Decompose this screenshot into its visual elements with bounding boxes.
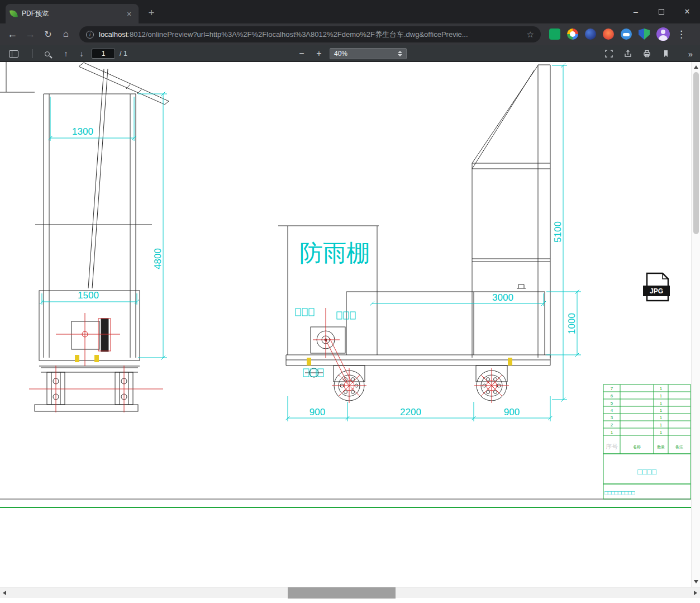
url-text[interactable]: localhost:8012/onlinePreview?url=http%3A… [99, 30, 522, 40]
row-qty: 1 [660, 401, 663, 406]
row-qty: 1 [660, 393, 663, 398]
tab-title: PDF预览 [22, 9, 120, 18]
window-controls: – × [623, 0, 700, 23]
jpg-file-icon: JPG [643, 273, 670, 301]
minimize-button[interactable]: – [623, 0, 649, 23]
bookmark-button[interactable] [658, 46, 674, 61]
home-button[interactable]: ⌂ [58, 26, 74, 42]
more-tools-button[interactable]: » [683, 46, 698, 61]
dim-4800-label: 4800 [153, 248, 163, 269]
new-tab-button[interactable]: + [144, 6, 159, 20]
extension-translate-icon[interactable] [549, 29, 560, 40]
vertical-scrollbar[interactable] [691, 62, 700, 587]
scroll-down-icon[interactable] [694, 580, 698, 583]
row-num: 2 [611, 422, 613, 428]
bookmark-icon [661, 49, 670, 58]
scroll-right-icon[interactable] [694, 591, 697, 595]
toolbar-divider [32, 49, 33, 58]
extension-browser-icon[interactable] [585, 29, 596, 40]
profile-avatar[interactable] [656, 27, 670, 41]
pdf-page-canvas: 1300 4800 1500 5100 3000 1000 900 2200 9… [0, 62, 691, 587]
dim-2200-label: 2200 [400, 407, 421, 417]
dim-5100-label: 5100 [553, 221, 563, 243]
extension-cloud-icon[interactable] [621, 29, 632, 40]
title-block-grid [603, 384, 691, 499]
url-path: :8012/onlinePreview?url=http%3A%2F%2Floc… [127, 30, 468, 39]
find-button[interactable] [39, 46, 55, 61]
browser-menu-button[interactable]: ⋮ [677, 29, 684, 40]
site-info-icon[interactable]: i [86, 31, 94, 39]
extensions-row: ⋮ [549, 27, 684, 41]
row-qty: 1 [660, 422, 663, 428]
printer-icon [642, 49, 651, 58]
previous-page-button[interactable]: ↑ [58, 46, 74, 61]
bookmark-star-icon[interactable]: ☆ [527, 30, 534, 40]
pdf-toolbar: ↑ ↓ / 1 − + 40% » [0, 45, 700, 62]
header-note: 备注 [675, 444, 683, 449]
front-view-lines [0, 62, 169, 411]
header-seq: 序号 [606, 443, 618, 450]
forward-button[interactable]: → [22, 26, 38, 42]
dim-1000-label: 1000 [566, 313, 577, 334]
title-block-header: 序号 名称 数量 备注 [606, 443, 683, 450]
print-button[interactable] [639, 46, 655, 61]
sidebar-toggle-button[interactable] [6, 46, 21, 61]
zoom-select[interactable]: 40% [330, 48, 407, 59]
extension-shield-icon[interactable] [639, 29, 650, 40]
side-view-lines [278, 65, 550, 401]
row-num: 1 [611, 430, 613, 435]
row-qty: 1 [660, 415, 663, 420]
scroll-up-icon[interactable] [694, 65, 698, 69]
dim-900-right-label: 900 [504, 407, 520, 417]
row-qty: 1 [660, 430, 663, 435]
row-qty: 1 [660, 408, 663, 413]
jpg-badge-label: JPG [650, 287, 663, 295]
title-block-text: □□□□ □□□□□□□□□ [604, 467, 656, 496]
zoom-in-button[interactable]: + [311, 46, 327, 61]
horizontal-scrollbar[interactable] [0, 587, 700, 598]
dim-1500-label: 1500 [78, 290, 99, 301]
close-button[interactable]: × [674, 0, 700, 23]
maximize-button[interactable] [649, 0, 674, 23]
drawing-bottom-text: □□□□□□□□□ [604, 490, 635, 496]
zoom-out-button[interactable]: − [294, 46, 309, 61]
dim-3000-label: 3000 [492, 292, 513, 303]
back-button[interactable]: ← [4, 26, 20, 42]
open-file-icon [623, 49, 632, 58]
canopy-label: 防雨棚 [299, 240, 370, 266]
dim-900-left-label: 900 [309, 407, 325, 417]
vertical-scrollbar-thumb[interactable] [693, 72, 699, 234]
extension-photos-icon[interactable] [603, 29, 614, 40]
scroll-left-icon[interactable] [3, 591, 6, 595]
row-num: 4 [611, 408, 613, 413]
row-num: 3 [611, 415, 613, 420]
drawing-title-text: □□□□ [637, 467, 656, 476]
page-number-input[interactable] [92, 49, 115, 59]
open-file-button[interactable] [620, 46, 636, 61]
search-icon [45, 51, 50, 56]
title-block-rows: 7 6 5 4 3 2 1 1 1 1 1 1 1 1 [611, 386, 663, 435]
fit-screen-icon [604, 49, 613, 58]
dim-1300-label: 1300 [72, 126, 93, 137]
row-num: 7 [611, 386, 613, 391]
next-page-button[interactable]: ↓ [74, 46, 89, 61]
window-titlebar: PDF预览 × + – × [0, 0, 700, 23]
maximize-icon [659, 9, 664, 15]
row-num: 5 [611, 401, 613, 406]
select-arrows-icon [398, 51, 402, 56]
reload-button[interactable]: ↻ [40, 26, 56, 42]
presentation-mode-button[interactable] [601, 46, 617, 61]
tab-close-icon[interactable]: × [124, 9, 134, 19]
horizontal-scrollbar-thumb[interactable] [288, 587, 396, 599]
sidebar-toggle-icon [9, 50, 18, 58]
tab-favicon-leaf-icon [9, 10, 18, 18]
page-total-label: / 1 [120, 50, 127, 58]
row-num: 6 [611, 393, 613, 398]
extension-google-icon[interactable] [567, 29, 578, 40]
browser-tab[interactable]: PDF预览 × [6, 4, 139, 23]
header-qty: 数量 [657, 445, 665, 449]
row-qty: 1 [660, 386, 663, 391]
address-bar[interactable]: i localhost:8012/onlinePreview?url=http%… [79, 26, 541, 42]
sheet-border [0, 499, 691, 507]
cad-drawing: 1300 4800 1500 5100 3000 1000 900 2200 9… [0, 62, 691, 587]
